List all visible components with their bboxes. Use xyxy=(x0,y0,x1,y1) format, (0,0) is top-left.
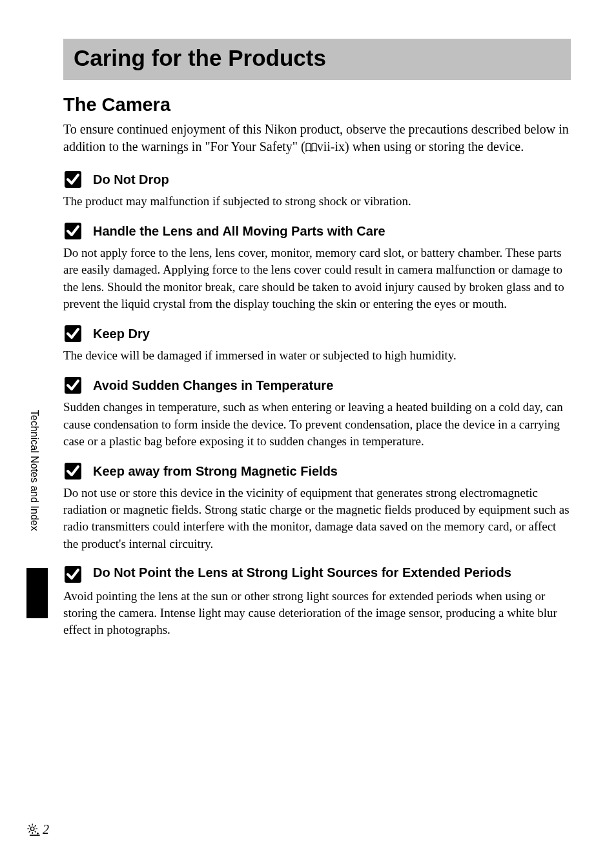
page-title: Caring for the Products xyxy=(63,39,571,80)
caution-checkmark-icon xyxy=(63,221,83,241)
svg-line-13 xyxy=(29,831,30,832)
side-tab-label: Technical Notes and Index xyxy=(28,410,40,531)
caution-title: Keep Dry xyxy=(93,325,150,342)
caution-checkmark-icon xyxy=(63,461,83,481)
caution-checkmark-icon xyxy=(63,376,83,395)
book-reference-icon xyxy=(305,143,317,152)
svg-point-6 xyxy=(30,827,34,831)
caution-title: Avoid Sudden Changes in Temperature xyxy=(93,377,333,394)
section-title: The Camera xyxy=(63,94,571,116)
caution-header: Do Not Drop xyxy=(63,170,571,189)
caution-block-dry: Keep Dry The device will be damaged if i… xyxy=(63,324,571,364)
caution-title: Keep away from Strong Magnetic Fields xyxy=(93,463,338,479)
caution-title: Do Not Point the Lens at Strong Light So… xyxy=(93,564,511,581)
page-number: 2 xyxy=(26,822,49,837)
intro-paragraph: To ensure continued enjoyment of this Ni… xyxy=(63,121,571,156)
svg-line-12 xyxy=(35,831,36,832)
page-number-value: 2 xyxy=(43,822,49,837)
caution-header: Keep away from Strong Magnetic Fields xyxy=(63,461,571,481)
caution-body: The device will be damaged if immersed i… xyxy=(63,347,571,364)
caution-block-light: Do Not Point the Lens at Strong Light So… xyxy=(63,564,571,639)
caution-header: Handle the Lens and All Moving Parts wit… xyxy=(63,221,571,241)
caution-checkmark-icon xyxy=(63,170,83,189)
side-tab-marker xyxy=(26,568,48,618)
intro-text-part2: vii-ix) when using or storing the device… xyxy=(317,139,524,154)
caution-body: Do not use or store this device in the v… xyxy=(63,485,571,552)
settings-sun-icon xyxy=(26,823,41,837)
caution-block-temperature: Avoid Sudden Changes in Temperature Sudd… xyxy=(63,376,571,450)
caution-checkmark-icon xyxy=(63,565,83,584)
caution-block-lens: Handle the Lens and All Moving Parts wit… xyxy=(63,221,571,312)
caution-title: Do Not Drop xyxy=(93,171,169,188)
caution-body: Do not apply force to the lens, lens cov… xyxy=(63,245,571,312)
caution-body: Sudden changes in temperature, such as w… xyxy=(63,399,571,450)
caution-title: Handle the Lens and All Moving Parts wit… xyxy=(93,223,385,239)
caution-header: Avoid Sudden Changes in Temperature xyxy=(63,376,571,395)
svg-point-16 xyxy=(37,833,39,834)
caution-header: Keep Dry xyxy=(63,324,571,343)
caution-block-magnetic: Keep away from Strong Magnetic Fields Do… xyxy=(63,461,571,552)
caution-body: Avoid pointing the lens at the sun or ot… xyxy=(63,588,571,639)
caution-checkmark-icon xyxy=(63,324,83,343)
caution-body: The product may malfunction if subjected… xyxy=(63,193,571,210)
caution-header: Do Not Point the Lens at Strong Light So… xyxy=(63,564,571,584)
svg-line-11 xyxy=(29,825,30,825)
svg-line-14 xyxy=(35,825,36,825)
caution-block-drop: Do Not Drop The product may malfunction … xyxy=(63,170,571,210)
